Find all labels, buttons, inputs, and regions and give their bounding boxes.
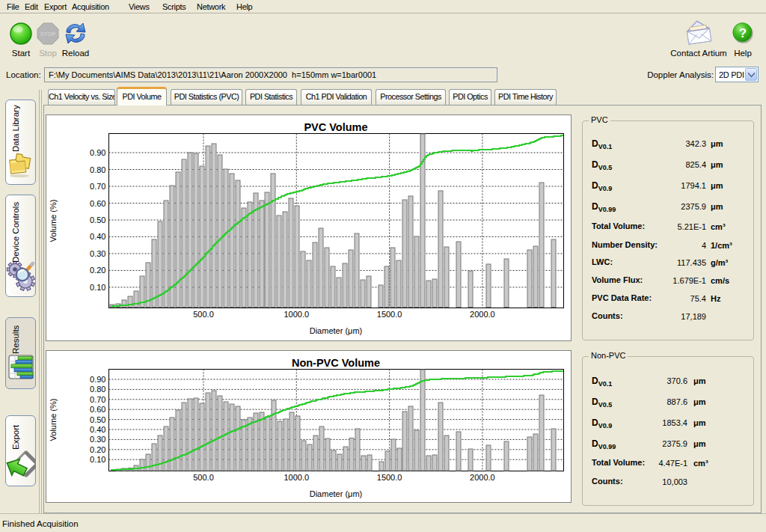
svg-text:0.60: 0.60	[90, 199, 105, 208]
svg-text:PVC Volume: PVC Volume	[304, 121, 367, 133]
svg-text:0.50: 0.50	[90, 215, 105, 224]
svg-text:0.20: 0.20	[90, 266, 105, 275]
svg-text:0.30: 0.30	[90, 435, 105, 444]
svg-text:Diameter (μm): Diameter (μm)	[310, 326, 363, 335]
svg-text:STOP: STOP	[40, 31, 55, 37]
svg-text:0.40: 0.40	[90, 232, 105, 241]
svg-text:2000.0: 2000.0	[470, 473, 495, 482]
svg-text:500.0: 500.0	[193, 473, 214, 482]
svg-text:1500.0: 1500.0	[377, 310, 402, 319]
svg-text:0.70: 0.70	[90, 182, 105, 191]
svg-text:Volume (%): Volume (%)	[49, 399, 58, 441]
svg-text:0.30: 0.30	[90, 249, 105, 258]
svg-text:Non-PVC Volume: Non-PVC Volume	[292, 357, 380, 369]
svg-text:0.10: 0.10	[90, 283, 105, 292]
svg-text:0.70: 0.70	[90, 395, 105, 404]
svg-text:0.10: 0.10	[90, 455, 105, 464]
svg-text:Volume (%): Volume (%)	[49, 200, 58, 242]
svg-text:0.20: 0.20	[90, 445, 105, 454]
svg-text:?: ?	[739, 26, 747, 40]
svg-text:1000.0: 1000.0	[284, 473, 309, 482]
svg-text:500.0: 500.0	[193, 310, 214, 319]
svg-text:0.40: 0.40	[90, 425, 105, 434]
svg-text:0.50: 0.50	[90, 415, 105, 424]
svg-text:0.80: 0.80	[90, 385, 105, 394]
svg-text:0.90: 0.90	[90, 375, 105, 384]
svg-text:0.80: 0.80	[90, 165, 105, 174]
svg-text:2000.0: 2000.0	[470, 310, 495, 319]
svg-text:Diameter (μm): Diameter (μm)	[310, 489, 363, 498]
svg-text:0.90: 0.90	[90, 148, 105, 157]
svg-text:1000.0: 1000.0	[284, 310, 309, 319]
svg-text:1500.0: 1500.0	[377, 473, 402, 482]
svg-text:0.60: 0.60	[90, 405, 105, 414]
